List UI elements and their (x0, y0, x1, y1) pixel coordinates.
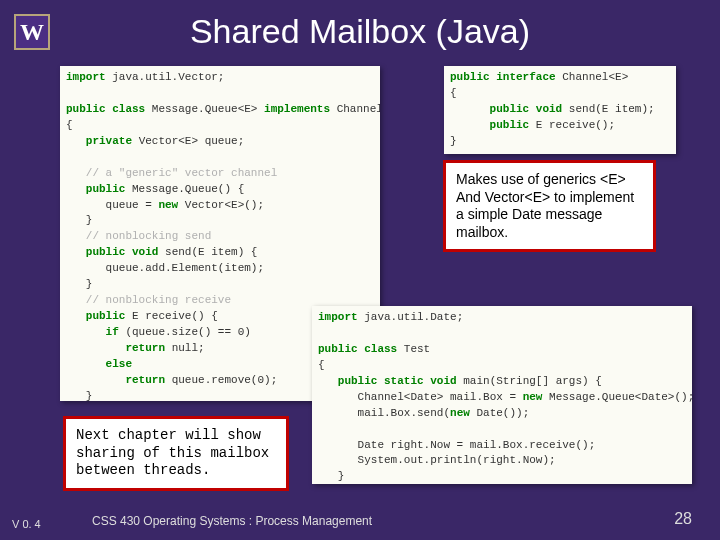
page-number: 28 (674, 510, 692, 528)
course-label: CSS 430 Operating Systems : Process Mana… (92, 514, 372, 528)
version-label: V 0. 4 (12, 518, 41, 530)
callout-next-chapter: Next chapter will show sharing of this m… (63, 416, 289, 491)
code-channel-interface: public interface Channel<E>{ public void… (444, 66, 676, 154)
code-test-class: import java.util.Date; public class Test… (312, 306, 692, 484)
callout-generics: Makes use of generics <E> And Vector<E> … (443, 160, 656, 252)
page-title: Shared Mailbox (Java) (0, 12, 720, 51)
